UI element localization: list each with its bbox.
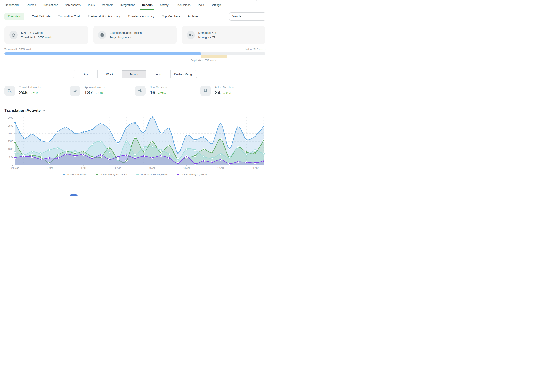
svg-text:9 Apr: 9 Apr bbox=[150, 167, 155, 169]
nav-item-tools[interactable]: Tools bbox=[197, 3, 204, 10]
stat-label: Approved Words bbox=[84, 86, 105, 89]
svg-text:24 Mar: 24 Mar bbox=[11, 167, 19, 169]
stat-card-active-members: Active Members24↗81% bbox=[200, 86, 265, 96]
subnav-item-archive[interactable]: Archive bbox=[188, 15, 198, 18]
svg-text:17 Apr: 17 Apr bbox=[217, 167, 224, 169]
unit-select-value: Words bbox=[232, 15, 241, 18]
subnav-item-translator-accuracy[interactable]: Translator Accuracy bbox=[128, 15, 154, 18]
svg-text:1 Apr: 1 Apr bbox=[81, 167, 86, 169]
legend-item[interactable]: Translated by MT, words bbox=[136, 173, 168, 176]
svg-text:A: A bbox=[10, 90, 12, 93]
subnav-item-cost-estimate[interactable]: Cost Estimate bbox=[32, 15, 51, 18]
chevron-down-icon[interactable] bbox=[43, 109, 45, 112]
trend-up-icon: ↗ bbox=[95, 92, 98, 95]
summary-line: Managers: 77 bbox=[198, 35, 216, 39]
translate-icon: xA bbox=[5, 86, 15, 96]
legend-swatch-icon bbox=[96, 174, 98, 175]
duplicates-bar bbox=[5, 55, 265, 58]
legend-swatch-icon bbox=[177, 174, 179, 175]
svg-text:21 Apr: 21 Apr bbox=[252, 167, 258, 169]
svg-text:28 Mar: 28 Mar bbox=[45, 167, 53, 169]
legend-label: Translated, words bbox=[67, 173, 87, 176]
range-tab-month[interactable]: Month bbox=[122, 70, 146, 78]
svg-text:2000: 2000 bbox=[8, 132, 13, 135]
legend-label: Translated by AI, words bbox=[181, 173, 207, 176]
person-add-icon bbox=[135, 86, 145, 96]
nav-item-translations[interactable]: Translations bbox=[42, 3, 58, 10]
translatable-label: Translatable 5555 words bbox=[5, 48, 32, 51]
legend-item[interactable]: Translated, words bbox=[63, 173, 87, 176]
legend-item[interactable]: Translated by AI, words bbox=[177, 173, 207, 176]
svg-text:13 Apr: 13 Apr bbox=[183, 167, 190, 169]
stat-delta: ↗81% bbox=[223, 92, 231, 95]
svg-text:2500: 2500 bbox=[8, 124, 13, 127]
nav-item-discussions[interactable]: Discussions bbox=[175, 3, 191, 10]
clipped-button-fragment bbox=[256, 0, 261, 1]
nav-item-integrations[interactable]: Integrations bbox=[120, 3, 135, 10]
subnav-item-pre-translation-accuracy[interactable]: Pre-translation Accuracy bbox=[88, 15, 120, 18]
date-range-tabs: DayWeekMonthYearCustom Range bbox=[0, 70, 270, 78]
stat-value: 137 bbox=[84, 90, 93, 96]
range-tab-year[interactable]: Year bbox=[146, 70, 171, 78]
activity-area-chart: 05001000150020002500300024 Mar28 Mar1 Ap… bbox=[5, 114, 265, 172]
stat-delta: ↗77% bbox=[158, 92, 166, 95]
stat-value: 16 bbox=[150, 90, 155, 96]
legend-swatch-icon bbox=[63, 174, 65, 175]
top-nav-items: DashboardSourcesTranslationsScreenshotsT… bbox=[5, 0, 265, 10]
translation-activity-title: Translation Activity bbox=[5, 108, 41, 113]
svg-text:500: 500 bbox=[9, 156, 13, 158]
trend-up-icon: ↗ bbox=[223, 92, 225, 95]
stat-label: Translated Words bbox=[19, 86, 40, 89]
range-tab-custom-range[interactable]: Custom Range bbox=[171, 70, 197, 78]
legend-label: Translated by MT, words bbox=[141, 173, 168, 176]
legend-item[interactable]: Translated by TM, words bbox=[96, 173, 128, 176]
nav-item-dashboard[interactable]: Dashboard bbox=[5, 3, 19, 10]
summary-line: Translatable: 5555 words bbox=[21, 35, 52, 39]
refresh-icon bbox=[9, 31, 18, 39]
summary-line: Members: 777 bbox=[198, 30, 216, 35]
stat-card-new-members: New Members16↗77% bbox=[135, 86, 200, 96]
subnav-item-translation-cost[interactable]: Translation Cost bbox=[58, 15, 80, 18]
duplicates-label: Duplicates 1555 words bbox=[191, 59, 265, 62]
legend-swatch-icon bbox=[136, 174, 139, 175]
stat-label: Active Members bbox=[215, 86, 234, 89]
nav-item-members[interactable]: Members bbox=[101, 3, 114, 10]
chat-widget-fragment[interactable] bbox=[70, 194, 78, 196]
summary-line: Source language: English bbox=[110, 30, 142, 35]
globe-icon bbox=[98, 31, 106, 39]
subnav-items: OverviewCost EstimateTranslation CostPre… bbox=[5, 13, 229, 20]
stat-value: 24 bbox=[215, 90, 220, 96]
subnav-item-top-members[interactable]: Top Members bbox=[162, 15, 180, 18]
translatable-segment bbox=[5, 53, 201, 55]
nav-item-tasks[interactable]: Tasks bbox=[87, 3, 95, 10]
members-icon bbox=[187, 31, 195, 39]
nav-item-reports[interactable]: Reports bbox=[142, 3, 153, 10]
nav-item-settings[interactable]: Settings bbox=[210, 3, 221, 10]
kpi-stat-cards: xATranslated Words246↗62%Approved Words1… bbox=[0, 78, 270, 96]
trend-up-icon: ↗ bbox=[30, 92, 32, 95]
duplicates-segment bbox=[201, 55, 227, 58]
stat-value: 246 bbox=[19, 90, 28, 96]
svg-text:5 Apr: 5 Apr bbox=[115, 167, 120, 169]
nav-item-activity[interactable]: Activity bbox=[159, 3, 169, 10]
stat-card-translated-words: xATranslated Words246↗62% bbox=[5, 86, 70, 96]
stat-label: New Members bbox=[150, 86, 167, 89]
select-updown-icon bbox=[261, 15, 263, 18]
stat-card-approved-words: Approved Words137↗42% bbox=[70, 86, 135, 96]
stat-delta: ↗42% bbox=[95, 92, 103, 95]
nav-item-sources[interactable]: Sources bbox=[25, 3, 36, 10]
subnav-item-overview[interactable]: Overview bbox=[5, 13, 24, 20]
range-tab-week[interactable]: Week bbox=[98, 70, 122, 78]
double-check-icon bbox=[70, 86, 80, 96]
svg-text:0: 0 bbox=[12, 164, 13, 166]
chart-legend: Translated, wordsTranslated by TM, words… bbox=[5, 173, 265, 176]
svg-text:x: x bbox=[8, 89, 9, 92]
unit-select[interactable]: Words bbox=[229, 12, 265, 21]
summary-card: Size: 7777 wordsTranslatable: 5555 words bbox=[5, 26, 88, 44]
range-tab-day[interactable]: Day bbox=[73, 70, 98, 78]
nav-item-screenshots[interactable]: Screenshots bbox=[65, 3, 81, 10]
translation-activity-chart: 05001000150020002500300024 Mar28 Mar1 Ap… bbox=[0, 114, 270, 176]
words-progress-section: Translatable 5555 words Hidden 2222 word… bbox=[0, 44, 270, 62]
legend-label: Translated by TM, words bbox=[100, 173, 128, 176]
stat-delta: ↗62% bbox=[30, 92, 38, 95]
